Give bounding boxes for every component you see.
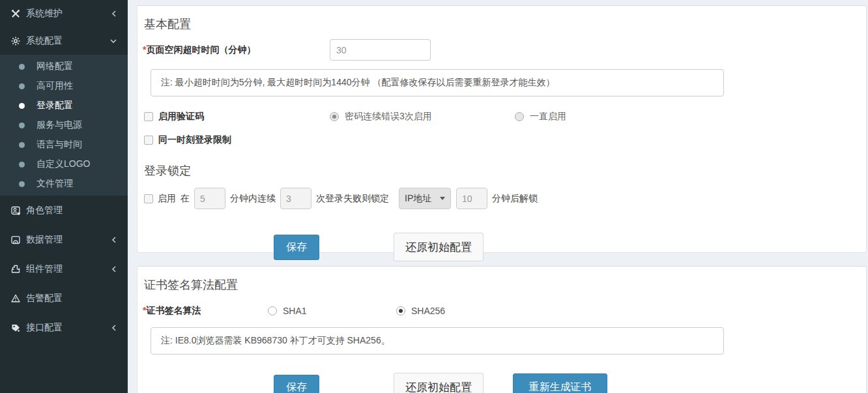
sidebar-item-label: 告警配置 (26, 293, 63, 304)
sidebar-item-label: 高可用性 (36, 80, 73, 92)
sha256-label: SHA256 (411, 306, 445, 316)
enable-captcha-checkbox[interactable] (144, 112, 153, 121)
basic-config-title: 基本配置 (144, 16, 866, 32)
sidebar-item-label: 接口配置 (26, 322, 63, 334)
captcha-mode-label: 密码连续错误3次启用 (345, 111, 432, 123)
sidebar-item-high-availability[interactable]: 高可用性 (0, 76, 128, 96)
certificate-panel: 证书签名算法配置 *证书签名算法 SHA1 SHA256 注: IE8.0浏览器… (137, 266, 867, 393)
save-button[interactable]: 保存 (274, 235, 319, 260)
chevron-left-icon (110, 235, 118, 244)
sidebar-item-component-management[interactable]: 组件管理 (0, 254, 128, 284)
bullet-icon (19, 123, 25, 128)
gear-icon (10, 36, 26, 46)
basic-config-buttons: 保存 还原初始配置 (137, 233, 866, 261)
sidebar: 系统维护 系统配置 网络配置 高可用性 登录配置 服务与电源 (0, 0, 128, 393)
sidebar-item-label: 自定义LOGO (36, 158, 90, 170)
concurrent-login-row: 同一时刻登录限制 (137, 134, 866, 146)
sha256-option: SHA256 (396, 306, 445, 316)
data-icon (10, 235, 26, 245)
sha1-radio[interactable] (268, 306, 277, 315)
enable-lockout-checkbox[interactable] (144, 194, 153, 203)
concurrent-login-label: 同一时刻登录限制 (158, 134, 231, 146)
sidebar-item-role-management[interactable]: 角色管理 (0, 196, 128, 225)
bullet-icon (19, 103, 25, 109)
wrench-icon (10, 8, 26, 19)
lock-type-value: IP地址 (405, 193, 431, 205)
basic-config-panel: 基本配置 *页面空闲超时时间（分钟） 注: 最小超时时间为5分钟, 最大超时时间… (137, 5, 867, 253)
sha1-option: SHA1 (268, 306, 396, 316)
lockout-in-label: 在 (181, 193, 190, 205)
algorithm-label-wrap: *证书签名算法 (143, 305, 268, 317)
login-lockout-title: 登录锁定 (144, 163, 866, 179)
sidebar-bottom-group: 角色管理 数据管理 组件管理 告警配置 (0, 196, 128, 342)
sidebar-item-label: 组件管理 (26, 263, 63, 275)
sidebar-item-alarm-config[interactable]: 告警配置 (0, 284, 128, 313)
captcha-radio-option-2: 一直启用 (515, 111, 700, 123)
sidebar-item-system-maintenance[interactable]: 系统维护 (0, 0, 128, 27)
captcha-mode-radio-always (515, 112, 524, 121)
main-content: 基本配置 *页面空闲超时时间（分钟） 注: 最小超时时间为5分钟, 最大超时时间… (128, 0, 868, 393)
sidebar-item-login-config[interactable]: 登录配置 (0, 96, 128, 115)
sha256-radio[interactable] (396, 306, 405, 315)
save-button[interactable]: 保存 (274, 375, 319, 393)
sidebar-item-label: 登录配置 (36, 100, 73, 111)
sidebar-item-service-power[interactable]: 服务与电源 (0, 115, 128, 135)
regenerate-certificate-button[interactable]: 重新生成证书 (513, 373, 607, 393)
enable-captcha-label: 启用验证码 (158, 111, 204, 123)
lockout-fail-label: 次登录失败则锁定 (316, 193, 389, 205)
sidebar-item-data-management[interactable]: 数据管理 (0, 225, 128, 254)
restore-defaults-button[interactable]: 还原初始配置 (394, 373, 484, 393)
bullet-icon (19, 181, 25, 187)
restore-defaults-button[interactable]: 还原初始配置 (394, 233, 484, 261)
timeout-row: *页面空闲超时时间（分钟） (137, 39, 866, 61)
algorithm-label: *证书签名算法 (143, 305, 201, 317)
sidebar-item-label: 服务与电源 (36, 119, 82, 131)
sidebar-item-system-config[interactable]: 系统配置 (0, 27, 128, 55)
lockout-window-minutes-input (194, 188, 225, 209)
concurrent-login-checkbox[interactable] (144, 136, 153, 145)
login-lockout-row: 启用 在 分钟内连续 次登录失败则锁定 IP地址 分钟后解锁 (137, 188, 866, 209)
captcha-radio-option-1: 密码连续错误3次启用 (330, 111, 515, 123)
bullet-icon (19, 64, 25, 70)
sidebar-item-label: 网络配置 (36, 61, 73, 72)
sidebar-item-label: 系统配置 (26, 35, 63, 47)
user-role-icon (10, 205, 26, 216)
algorithm-row: *证书签名算法 SHA1 SHA256 (137, 305, 866, 317)
certificate-title: 证书签名算法配置 (144, 277, 866, 293)
captcha-mode-radio-3-errors (330, 112, 339, 121)
timeout-input[interactable] (330, 39, 431, 61)
sidebar-item-interface-config[interactable]: 接口配置 (0, 313, 128, 342)
sha1-label: SHA1 (283, 306, 307, 316)
unlock-minutes-input (456, 188, 487, 209)
unlock-label: 分钟后解锁 (492, 193, 538, 205)
puzzle-icon (10, 264, 26, 274)
lock-type-select: IP地址 (399, 188, 451, 209)
certificate-note: 注: IE8.0浏览器需装 KB968730 补丁才可支持 SHA256。 (151, 327, 724, 355)
certificate-buttons: 保存 还原初始配置 重新生成证书 (137, 373, 866, 393)
system-config-submenu: 网络配置 高可用性 登录配置 服务与电源 语言与时间 自定义LOGO 文件管理 (0, 55, 128, 196)
timeout-label: *页面空闲超时时间（分钟） (143, 44, 330, 56)
chevron-left-icon (110, 323, 118, 332)
bullet-icon (19, 142, 25, 148)
sidebar-item-language-time[interactable]: 语言与时间 (0, 135, 128, 154)
sidebar-item-label: 系统维护 (26, 8, 63, 20)
timeout-note: 注: 最小超时时间为5分钟, 最大超时时间为1440分钟 （配置修改保存以后需要… (151, 69, 724, 96)
chevron-left-icon (110, 265, 118, 274)
bullet-icon (19, 83, 25, 89)
lockout-consecutive-label: 分钟内连续 (230, 193, 276, 205)
chevron-down-icon (109, 37, 118, 45)
dropdown-caret-icon (440, 197, 445, 200)
sidebar-item-file-management[interactable]: 文件管理 (0, 174, 128, 194)
sidebar-item-label: 角色管理 (26, 205, 63, 216)
captcha-row: 启用验证码 密码连续错误3次启用 一直启用 (137, 111, 866, 123)
sidebar-item-network-config[interactable]: 网络配置 (0, 57, 128, 76)
sidebar-item-label: 数据管理 (26, 234, 63, 246)
chevron-left-icon (110, 9, 118, 18)
sidebar-item-custom-logo[interactable]: 自定义LOGO (0, 154, 128, 174)
enable-lockout-label: 启用 (158, 193, 176, 205)
bullet-icon (19, 162, 25, 167)
sidebar-item-label: 语言与时间 (36, 139, 82, 151)
lockout-fail-times-input (280, 188, 311, 209)
captcha-mode-label: 一直启用 (530, 111, 566, 123)
plug-icon (10, 323, 26, 333)
